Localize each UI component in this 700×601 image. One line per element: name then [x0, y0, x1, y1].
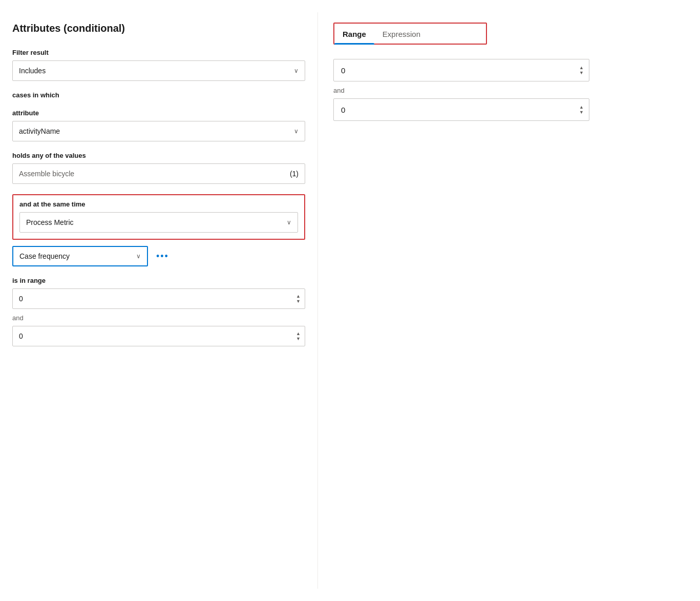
more-options-button[interactable]: ••• [153, 249, 172, 264]
right-range-input-1[interactable]: 0 ▲ ▼ [333, 59, 589, 81]
filter-result-label: Filter result [12, 49, 305, 56]
tabs-container: Range Expression [333, 23, 487, 45]
case-freq-chevron-icon: ∨ [136, 253, 141, 260]
is-in-range-label: is in range [12, 277, 305, 284]
tab-range[interactable]: Range [334, 26, 374, 44]
attribute-chevron-icon: ∨ [294, 128, 299, 135]
range-up-arrow-2[interactable]: ▲ [296, 331, 301, 336]
case-freq-row: Case frequency ∨ ••• [12, 246, 305, 266]
cases-in-which-group: cases in which [12, 91, 305, 99]
right-spinner-1[interactable]: ▲ ▼ [579, 66, 584, 75]
left-panel: Attributes (conditional) Filter result I… [0, 12, 317, 589]
range-value-2: 0 [19, 332, 23, 340]
range-spinner-2[interactable]: ▲ ▼ [296, 331, 301, 341]
right-spinner-2[interactable]: ▲ ▼ [579, 105, 584, 115]
holds-values-placeholder: Assemble bicycle [19, 170, 74, 178]
right-down-arrow-2[interactable]: ▼ [579, 110, 584, 115]
holds-values-count: (1) [290, 170, 299, 178]
right-down-arrow-1[interactable]: ▼ [579, 71, 584, 75]
right-range-value-1: 0 [341, 66, 345, 75]
attribute-dropdown[interactable]: activityName ∨ [12, 121, 305, 141]
attribute-label: attribute [12, 109, 305, 117]
right-range-input-2[interactable]: 0 ▲ ▼ [333, 98, 589, 121]
process-metric-dropdown[interactable]: Process Metric ∨ [19, 212, 298, 233]
range-up-arrow-1[interactable]: ▲ [296, 294, 301, 299]
case-freq-value: Case frequency [19, 252, 70, 260]
right-and-label: and [333, 87, 685, 94]
filter-result-value: Includes [19, 67, 46, 75]
and-separator-label: and [12, 314, 305, 322]
filter-result-chevron-icon: ∨ [294, 67, 299, 74]
attribute-group: attribute activityName ∨ [12, 109, 305, 141]
holds-values-label: holds any of the values [12, 152, 305, 159]
attribute-value: activityName [19, 127, 60, 135]
range-value-1: 0 [19, 295, 23, 303]
range-spinner-1[interactable]: ▲ ▼ [296, 294, 301, 304]
right-range-value-2: 0 [341, 106, 345, 114]
same-time-label: and at the same time [19, 200, 298, 208]
tab-expression[interactable]: Expression [374, 26, 429, 44]
range-down-arrow-1[interactable]: ▼ [296, 299, 301, 304]
range-input-1[interactable]: 0 ▲ ▼ [12, 288, 305, 309]
right-up-arrow-2[interactable]: ▲ [579, 105, 584, 110]
process-metric-chevron-icon: ∨ [287, 219, 291, 226]
holds-values-box[interactable]: Assemble bicycle (1) [12, 163, 305, 184]
same-time-section: and at the same time Process Metric ∨ [12, 194, 305, 240]
right-panel: Range Expression 0 ▲ ▼ and 0 ▲ ▼ [317, 12, 700, 589]
range-down-arrow-2[interactable]: ▼ [296, 337, 301, 341]
filter-result-dropdown[interactable]: Includes ∨ [12, 60, 305, 81]
cases-in-which-label: cases in which [12, 91, 305, 99]
range-input-2[interactable]: 0 ▲ ▼ [12, 326, 305, 346]
process-metric-value: Process Metric [26, 218, 74, 226]
is-in-range-group: is in range 0 ▲ ▼ and 0 ▲ ▼ [12, 277, 305, 346]
page-title: Attributes (conditional) [12, 23, 305, 34]
right-up-arrow-1[interactable]: ▲ [579, 66, 584, 70]
filter-result-group: Filter result Includes ∨ [12, 49, 305, 81]
case-freq-dropdown[interactable]: Case frequency ∨ [12, 246, 148, 266]
holds-values-group: holds any of the values Assemble bicycle… [12, 152, 305, 184]
